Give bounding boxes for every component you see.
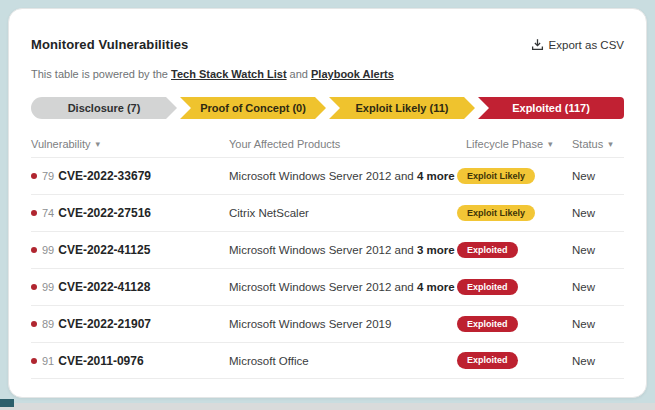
column-header-label: Status — [572, 138, 603, 150]
vulnerabilities-table: Vulnerability ▾ Your Affected Products L… — [31, 131, 624, 379]
table-row[interactable]: 99 CVE-2022-41128 Microsoft Windows Serv… — [31, 268, 624, 305]
table-header-row: Vulnerability ▾ Your Affected Products L… — [31, 131, 624, 157]
affected-products-cell: Microsoft Windows Server 2012 and 4 more — [229, 170, 457, 182]
lifecycle-stage-bar: Disclosure (7) Proof of Concept (0) Expl… — [31, 97, 624, 119]
status-cell: New — [572, 170, 624, 182]
page-bottom-accent — [0, 399, 14, 407]
monitored-vulnerabilities-card: Monitored Vulnerabilities Export as CSV … — [8, 8, 647, 398]
tech-stack-watch-list-link[interactable]: Tech Stack Watch List — [171, 68, 287, 80]
product-name: Citrix NetScaler — [229, 207, 309, 219]
status-cell: New — [572, 355, 624, 367]
vulnerability-cell: 99 CVE-2022-41128 — [31, 280, 229, 294]
lifecycle-stage-chevron[interactable]: Disclosure (7) — [31, 97, 177, 119]
risk-score: 91 — [42, 355, 54, 367]
product-more-count: 4 more — [417, 170, 455, 182]
export-csv-button[interactable]: Export as CSV — [531, 38, 624, 51]
lifecycle-stage-chevron[interactable]: Proof of Concept (0) — [180, 97, 326, 119]
lifecycle-phase-badge: Exploited — [457, 279, 518, 295]
risk-dot-icon — [31, 210, 37, 216]
sort-chevron-down-icon[interactable]: ▾ — [548, 140, 553, 149]
cve-link[interactable]: CVE-2022-21907 — [58, 317, 151, 331]
product-name: Microsoft Windows Server 2012 and — [229, 244, 417, 256]
lifecycle-phase-cell: Exploit Likely — [457, 168, 572, 184]
download-icon — [531, 38, 544, 51]
sort-chevron-down-icon[interactable]: ▾ — [608, 140, 613, 149]
table-body: 79 CVE-2022-33679 Microsoft Windows Serv… — [31, 157, 624, 379]
column-header-label: Your Affected Products — [229, 138, 340, 150]
product-more-count: 3 more — [417, 244, 455, 256]
status-cell: New — [572, 207, 624, 219]
powered-by-prefix: This table is powered by the — [31, 68, 171, 80]
cve-link[interactable]: CVE-2022-33679 — [58, 169, 151, 183]
risk-dot-icon — [31, 321, 37, 327]
lifecycle-phase-badge: Exploited — [457, 316, 518, 332]
lifecycle-phase-cell: Exploited — [457, 352, 572, 368]
lifecycle-phase-badge: Exploit Likely — [457, 205, 535, 221]
lifecycle-stage-label: Exploited (117) — [512, 102, 590, 114]
cve-link[interactable]: CVE-2022-41128 — [58, 280, 150, 294]
lifecycle-phase-cell: Exploit Likely — [457, 205, 572, 221]
vulnerability-cell: 91 CVE-2011-0976 — [31, 354, 229, 368]
vulnerability-cell: 79 CVE-2022-33679 — [31, 169, 229, 183]
affected-products-cell: Microsoft Windows Server 2012 and 3 more — [229, 244, 457, 256]
risk-dot-icon — [31, 247, 37, 253]
column-header[interactable]: Your Affected Products — [229, 138, 457, 150]
vulnerability-cell: 74 CVE-2022-27516 — [31, 206, 229, 220]
vulnerability-cell: 89 CVE-2022-21907 — [31, 317, 229, 331]
table-row[interactable]: 99 CVE-2022-41125 Microsoft Windows Serv… — [31, 231, 624, 268]
cve-link[interactable]: CVE-2022-27516 — [58, 206, 151, 220]
table-row[interactable]: 91 CVE-2011-0976 Microsoft Office Exploi… — [31, 342, 624, 379]
product-name: Microsoft Windows Server 2019 — [229, 318, 391, 330]
lifecycle-stage-chevron[interactable]: Exploit Likely (11) — [329, 97, 475, 119]
sort-chevron-down-icon[interactable]: ▾ — [96, 140, 101, 149]
affected-products-cell: Microsoft Windows Server 2019 — [229, 318, 457, 330]
page-title: Monitored Vulnerabilities — [31, 37, 188, 52]
lifecycle-stage-label: Proof of Concept (0) — [200, 102, 306, 114]
product-name: Microsoft Windows Server 2012 and — [229, 281, 417, 293]
product-more-count: 4 more — [417, 281, 455, 293]
column-header-label: Vulnerability — [31, 138, 91, 150]
column-header[interactable]: Status ▾ — [572, 138, 624, 150]
lifecycle-stage-label: Disclosure (7) — [68, 102, 141, 114]
card-header: Monitored Vulnerabilities Export as CSV — [31, 37, 624, 52]
column-header-label: Lifecycle Phase — [466, 138, 543, 150]
risk-score: 99 — [42, 281, 54, 293]
table-row[interactable]: 74 CVE-2022-27516 Citrix NetScaler Explo… — [31, 194, 624, 231]
risk-score: 74 — [42, 207, 54, 219]
column-header[interactable]: Lifecycle Phase ▾ — [457, 138, 572, 150]
risk-dot-icon — [31, 358, 37, 364]
lifecycle-phase-cell: Exploited — [457, 279, 572, 295]
risk-score: 79 — [42, 170, 54, 182]
table-row[interactable]: 79 CVE-2022-33679 Microsoft Windows Serv… — [31, 157, 624, 194]
risk-dot-icon — [31, 284, 37, 290]
risk-score: 99 — [42, 244, 54, 256]
playbook-alerts-link[interactable]: Playbook Alerts — [311, 68, 394, 80]
lifecycle-stage-label: Exploit Likely (11) — [356, 102, 449, 114]
lifecycle-phase-cell: Exploited — [457, 316, 572, 332]
powered-by-middle: and — [287, 68, 311, 80]
powered-by-text: This table is powered by the Tech Stack … — [31, 68, 624, 80]
lifecycle-phase-badge: Exploit Likely — [457, 168, 535, 184]
risk-dot-icon — [31, 173, 37, 179]
lifecycle-stage-chevron[interactable]: Exploited (117) — [478, 97, 624, 119]
vulnerability-cell: 99 CVE-2022-41125 — [31, 243, 229, 257]
affected-products-cell: Citrix NetScaler — [229, 207, 457, 219]
cve-link[interactable]: CVE-2022-41125 — [58, 243, 150, 257]
table-row[interactable]: 89 CVE-2022-21907 Microsoft Windows Serv… — [31, 305, 624, 342]
status-cell: New — [572, 318, 624, 330]
product-name: Microsoft Windows Server 2012 and — [229, 170, 417, 182]
lifecycle-phase-badge: Exploited — [457, 242, 518, 258]
status-cell: New — [572, 281, 624, 293]
lifecycle-phase-badge: Exploited — [457, 352, 518, 368]
export-csv-label: Export as CSV — [549, 39, 624, 51]
status-cell: New — [572, 244, 624, 256]
column-header[interactable]: Vulnerability ▾ — [31, 138, 229, 150]
lifecycle-phase-cell: Exploited — [457, 242, 572, 258]
risk-score: 89 — [42, 318, 54, 330]
page-bottom-strip — [0, 403, 655, 410]
affected-products-cell: Microsoft Windows Server 2012 and 4 more — [229, 281, 457, 293]
product-name: Microsoft Office — [229, 355, 309, 367]
cve-link[interactable]: CVE-2011-0976 — [58, 354, 143, 368]
affected-products-cell: Microsoft Office — [229, 355, 457, 367]
